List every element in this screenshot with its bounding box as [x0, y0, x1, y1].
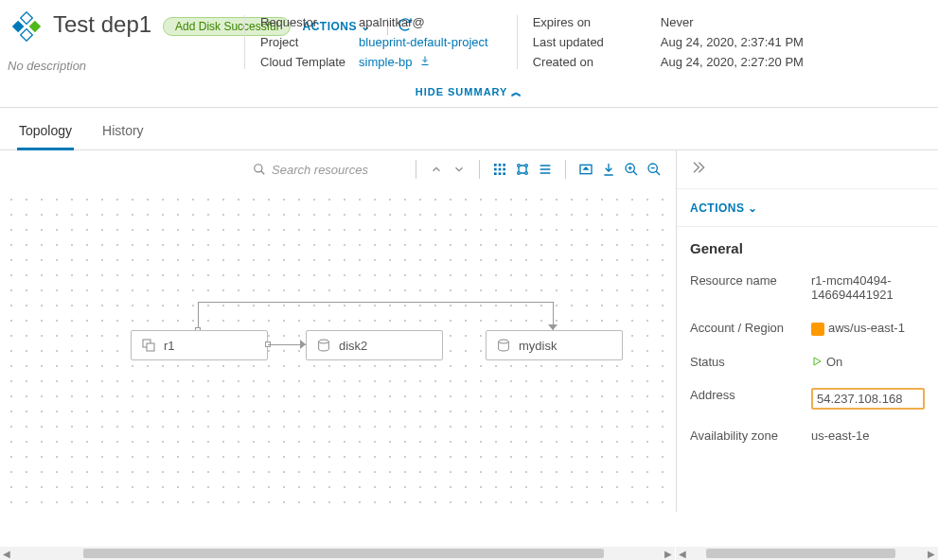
- chevron-right-double-icon: [690, 160, 705, 175]
- tab-history[interactable]: History: [100, 115, 146, 149]
- panel-actions-dropdown[interactable]: ACTIONS ⌄: [690, 201, 758, 215]
- svg-rect-5: [494, 164, 497, 166]
- zoom-out-button[interactable]: [646, 161, 663, 178]
- svg-rect-3: [21, 29, 33, 42]
- requestor-label: Requestor: [260, 15, 345, 29]
- search-icon: [253, 163, 266, 176]
- prop-account: Account / Region aws/us-east-1: [677, 311, 938, 345]
- vm-icon: [141, 338, 156, 353]
- prop-status: Status On: [677, 345, 938, 378]
- expires-label: Expires on: [533, 15, 604, 29]
- grid-view-button[interactable]: [491, 161, 508, 178]
- template-link[interactable]: simple-bp: [359, 55, 488, 69]
- zoom-in-button[interactable]: [623, 161, 640, 178]
- project-link[interactable]: blueprint-default-project: [359, 35, 488, 49]
- node-disk2[interactable]: disk2: [306, 330, 443, 360]
- svg-rect-10: [503, 168, 505, 171]
- play-icon: [811, 356, 823, 367]
- search-input[interactable]: [272, 163, 404, 177]
- disk-icon: [496, 338, 511, 353]
- panel-scrollbar[interactable]: ◀ ▶: [676, 547, 938, 560]
- fit-button[interactable]: [577, 161, 594, 178]
- created-label: Created on: [533, 55, 604, 69]
- graph-view-button[interactable]: [514, 161, 531, 178]
- expand-down-button[interactable]: [451, 161, 468, 178]
- svg-rect-7: [503, 164, 505, 166]
- project-label: Project: [260, 35, 345, 49]
- svg-rect-9: [499, 168, 502, 171]
- scroll-left-icon[interactable]: ◀: [0, 549, 13, 559]
- canvas-scrollbar[interactable]: ◀ ▶: [0, 547, 675, 560]
- disk-icon: [316, 338, 331, 353]
- address-value-highlighted: 54.237.108.168: [811, 388, 925, 410]
- scroll-thumb[interactable]: [83, 549, 604, 558]
- svg-rect-12: [499, 172, 502, 175]
- prop-address: Address 54.237.108.168: [677, 378, 938, 419]
- node-mydisk[interactable]: mydisk: [486, 330, 623, 360]
- scroll-right-icon[interactable]: ▶: [662, 549, 675, 559]
- scroll-thumb[interactable]: [706, 549, 895, 558]
- svg-rect-1: [12, 21, 25, 33]
- expires-value: Never: [661, 15, 804, 29]
- svg-point-17: [525, 172, 528, 175]
- download-icon: [419, 55, 431, 66]
- edge: [199, 302, 554, 303]
- properties-panel: ACTIONS ⌄ General Resource name r1-mcm40…: [676, 150, 938, 512]
- requestor-value: apalnitkar@: [359, 15, 488, 29]
- created-value: Aug 24, 2020, 2:27:20 PM: [661, 55, 804, 69]
- svg-point-23: [319, 340, 329, 343]
- svg-point-16: [518, 172, 521, 175]
- svg-rect-8: [494, 168, 497, 171]
- list-view-button[interactable]: [537, 161, 554, 178]
- svg-rect-13: [503, 172, 505, 175]
- scroll-left-icon[interactable]: ◀: [676, 549, 689, 559]
- topology-canvas[interactable]: r1 disk2 mydisk: [0, 188, 676, 512]
- chevron-up-double-icon: ︽: [511, 86, 522, 97]
- tabs: Topology History: [0, 108, 938, 150]
- svg-rect-11: [494, 172, 497, 175]
- hide-summary-button[interactable]: HIDE SUMMARY ︽: [416, 86, 523, 97]
- updated-value: Aug 24, 2020, 2:37:41 PM: [661, 35, 804, 49]
- collapse-up-button[interactable]: [428, 161, 445, 178]
- page-title: Test dep1: [53, 11, 151, 38]
- collapse-panel-button[interactable]: [690, 162, 705, 178]
- svg-rect-22: [147, 343, 154, 351]
- svg-point-24: [499, 340, 509, 343]
- download-button[interactable]: [600, 161, 617, 178]
- svg-rect-2: [29, 21, 42, 33]
- updated-label: Last updated: [533, 35, 604, 49]
- svg-point-15: [525, 165, 528, 167]
- aws-icon: [811, 323, 824, 336]
- prop-az: Availability zone us-east-1e: [677, 419, 938, 452]
- search-box[interactable]: [253, 163, 404, 177]
- prop-resource-name: Resource name r1-mcm40494-146694441921: [677, 264, 938, 311]
- chevron-down-icon: ⌄: [748, 201, 758, 215]
- svg-rect-6: [499, 164, 502, 166]
- template-label: Cloud Template: [260, 55, 345, 69]
- section-title-general: General: [677, 227, 938, 264]
- description: No description: [8, 59, 86, 73]
- canvas-toolbar: [0, 150, 676, 188]
- node-r1[interactable]: r1: [131, 330, 268, 360]
- svg-rect-0: [21, 12, 33, 25]
- scroll-right-icon[interactable]: ▶: [925, 549, 938, 559]
- svg-point-14: [518, 165, 521, 167]
- deployment-logo-icon: [11, 11, 42, 42]
- tab-topology[interactable]: Topology: [17, 115, 74, 150]
- canvas-panel: r1 disk2 mydisk: [0, 150, 676, 512]
- svg-point-4: [255, 165, 262, 172]
